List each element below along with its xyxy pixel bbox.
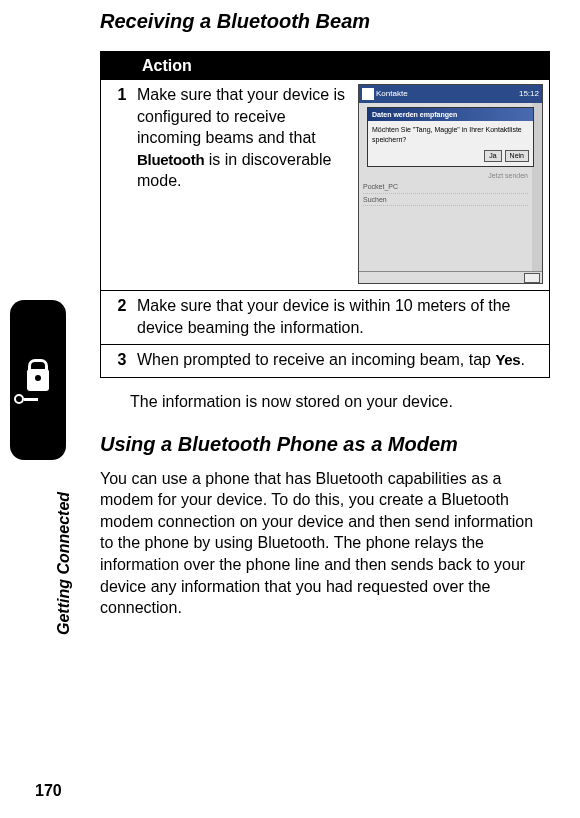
- table-header: Action: [101, 52, 549, 80]
- list-item: Pocket_PC: [363, 181, 528, 193]
- key-icon: [14, 392, 38, 406]
- table-row: 3 When prompted to receive an incoming b…: [101, 344, 549, 377]
- action-table-continued: 2 Make sure that your device is within 1…: [100, 291, 550, 378]
- result-text: The information is now stored on your de…: [130, 392, 550, 413]
- dialog-no-button: Nein: [505, 150, 529, 161]
- device-screenshot: Kontakte 15:12 Daten werden empfangen Mö…: [358, 84, 543, 284]
- dialog-title: Daten werden empfangen: [368, 108, 533, 121]
- screenshot-dialog: Daten werden empfangen Möchten Sie "Tang…: [367, 107, 534, 167]
- ui-term-bluetooth: Bluetooth: [137, 151, 204, 168]
- table-row: 1 Make sure that your device is configur…: [101, 80, 549, 290]
- list-item: Suchen: [363, 194, 528, 206]
- screenshot-time: 15:12: [519, 89, 539, 100]
- page-number: 170: [35, 782, 62, 800]
- screenshot-bottom-bar: [359, 271, 542, 283]
- screenshot-top-bar: Kontakte 15:12: [359, 85, 542, 103]
- ui-term-yes: Yes: [495, 351, 520, 368]
- step-text: Make sure that your device is configured…: [137, 84, 358, 284]
- table-row: 2 Make sure that your device is within 1…: [101, 291, 549, 344]
- side-tab: [10, 300, 66, 460]
- screenshot-app-title: Kontakte: [376, 89, 408, 100]
- list-text-jetzt-senden: Jetzt senden: [363, 170, 528, 181]
- step-number: 2: [107, 295, 137, 338]
- heading-bluetooth-phone-modem: Using a Bluetooth Phone as a Modem: [100, 433, 550, 456]
- lock-key-icon: [27, 369, 49, 391]
- start-icon: [362, 88, 374, 100]
- step-number: 3: [107, 349, 137, 371]
- step-text: Make sure that your device is within 10 …: [137, 295, 543, 338]
- dialog-yes-button: Ja: [484, 150, 501, 161]
- body-paragraph: You can use a phone that has Bluetooth c…: [100, 468, 550, 619]
- keyboard-icon: [524, 273, 540, 283]
- step-number: 1: [107, 84, 137, 284]
- section-label: Getting Connected: [55, 492, 73, 635]
- step-text: When prompted to receive an incoming bea…: [137, 349, 543, 371]
- action-table: Action 1 Make sure that your device is c…: [100, 51, 550, 291]
- dialog-body: Möchten Sie "Tang, Maggie" in Ihrer Kont…: [368, 121, 533, 148]
- heading-receiving-bluetooth-beam: Receiving a Bluetooth Beam: [100, 10, 550, 33]
